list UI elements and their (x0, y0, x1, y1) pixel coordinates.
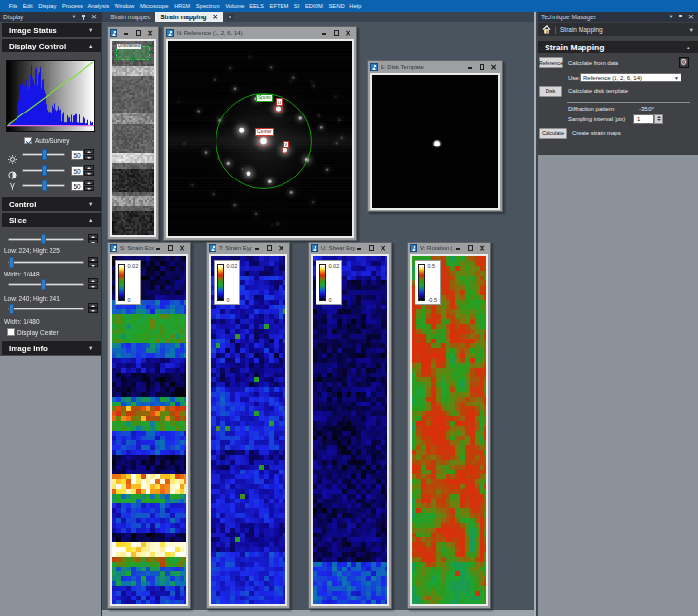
minimize-button[interactable] (254, 245, 260, 252)
slice-slider-thumb[interactable] (41, 234, 46, 244)
window-strain-map-rot[interactable]: V: Rotation (...✕0.5-0.5 (407, 242, 491, 609)
close-button[interactable]: ✕ (380, 245, 386, 252)
slice-slider-thumb[interactable] (9, 304, 14, 314)
window-titlebar[interactable]: ✕ (108, 27, 158, 39)
slice-slider-track[interactable] (8, 261, 84, 264)
roi-handle[interactable] (132, 58, 135, 61)
spots-annotation-label[interactable]: Spots (256, 94, 273, 102)
slice-slider-thumb[interactable] (41, 279, 46, 290)
slice-slider-track[interactable] (8, 308, 84, 310)
window-strain-map-exy[interactable]: U: Shear Exy✕0.020 (308, 242, 392, 609)
contrast-value[interactable]: 50 (71, 166, 83, 176)
gear-icon[interactable]: ⚙ (679, 57, 689, 68)
window-survey-strip[interactable]: ✕ Unstrained (107, 26, 159, 240)
window-disk-template[interactable]: E: Disk Template ✕ (367, 60, 503, 212)
close-button[interactable]: ✕ (345, 30, 351, 37)
slice-stepper[interactable] (88, 234, 98, 244)
display-panel-titlebar[interactable]: Display ▼ ✕ (0, 12, 101, 22)
u-annotation-label[interactable]: u (276, 98, 283, 106)
disk-button[interactable]: Disk (539, 86, 562, 97)
minimize-button[interactable] (455, 245, 461, 252)
menu-volume[interactable]: Volume (222, 0, 247, 12)
slice-stepper[interactable] (88, 303, 98, 313)
section-slice[interactable]: Slice ▲ (2, 213, 101, 227)
gamma-value[interactable]: 50 (71, 181, 83, 191)
panel-pin-icon[interactable] (82, 14, 87, 20)
panel-pin-icon[interactable] (679, 14, 684, 20)
image-display-area[interactable]: 0.5-0.5 (410, 254, 488, 606)
sampling-interval-input[interactable]: 1 (633, 114, 654, 124)
menu-ediom[interactable]: EDIOM (302, 0, 326, 12)
tab-overflow-stub[interactable] (227, 14, 234, 20)
strain-mapping-section-header[interactable]: Strain Mapping ▲ (538, 41, 698, 53)
workspace-tab-strain-mapped[interactable]: Strain mapped (105, 12, 155, 22)
maximize-button[interactable] (467, 245, 473, 252)
close-button[interactable]: ✕ (479, 245, 485, 252)
technique-manager-titlebar[interactable]: Technique Manager ▼ ✕ (538, 12, 698, 22)
reference-button[interactable]: Reference (539, 57, 563, 68)
window-strain-map-eyy[interactable]: T: Strain Eyy✕0.020 (206, 242, 290, 609)
section-image-info[interactable]: Image Info ▼ (2, 341, 101, 355)
window-reference-pattern[interactable]: N: Reference (1, 2, 6, 14) ✕ Spots Cente… (163, 26, 357, 241)
close-button[interactable]: ✕ (147, 30, 153, 37)
close-button[interactable]: ✕ (490, 64, 497, 71)
image-display-area[interactable]: Spots Center u v (166, 39, 354, 238)
gamma-stepper[interactable] (84, 180, 94, 191)
window-titlebar[interactable]: E: Disk Template ✕ (368, 61, 502, 73)
maximize-button[interactable] (333, 30, 339, 37)
menu-microscope[interactable]: Microscope (137, 0, 171, 12)
home-icon[interactable] (542, 25, 551, 34)
menu-display[interactable]: Display (36, 0, 60, 12)
window-strain-map-exx[interactable]: S: Strain Exx✕0.020 (107, 242, 191, 609)
roi-handle[interactable] (149, 44, 151, 47)
menu-file[interactable]: File (6, 0, 20, 12)
menu-edit[interactable]: Edit (20, 0, 36, 12)
slice-slider-track[interactable] (8, 238, 84, 241)
menu-eels[interactable]: EELS (247, 0, 266, 12)
slice-slider-track[interactable] (8, 283, 84, 286)
technique-breadcrumb[interactable]: Strain Mapping ▼ (538, 22, 698, 36)
brightness-value[interactable]: 50 (71, 150, 83, 160)
maximize-button[interactable] (266, 245, 272, 252)
minimize-button[interactable] (123, 30, 129, 37)
minimize-button[interactable] (155, 245, 161, 252)
sampling-interval-stepper[interactable] (654, 114, 663, 124)
minimize-button[interactable] (467, 64, 473, 71)
image-display-area[interactable]: 0.020 (209, 254, 287, 606)
minimize-button[interactable] (356, 245, 362, 252)
close-button[interactable]: ✕ (179, 245, 185, 252)
contrast-slider-thumb[interactable] (42, 165, 47, 176)
maximize-button[interactable] (368, 245, 374, 252)
menu-process[interactable]: Process (59, 0, 85, 12)
menu-hrem[interactable]: HREM (171, 0, 193, 12)
menu-eftem[interactable]: EFTEM (267, 0, 291, 12)
breadcrumb-dropdown-icon[interactable]: ▼ (689, 27, 694, 33)
minimize-button[interactable] (321, 30, 327, 37)
slice-slider-thumb[interactable] (9, 257, 14, 268)
auto-survey-checkbox[interactable] (24, 137, 32, 145)
roi-label[interactable]: Unstrained (116, 43, 142, 50)
menu-window[interactable]: Window (112, 0, 137, 12)
panel-close-icon[interactable]: ✕ (687, 14, 695, 21)
gamma-slider-thumb[interactable] (42, 180, 47, 191)
image-display-area[interactable]: 0.020 (311, 254, 389, 606)
window-titlebar[interactable]: S: Strain Exx✕ (108, 243, 190, 254)
calculate-button[interactable]: Calculate (539, 128, 567, 139)
menu-help[interactable]: Help (347, 0, 364, 12)
reference-select[interactable]: Reference (1, 2, 6, 14) ▼ (580, 73, 681, 82)
display-center-checkbox[interactable] (7, 328, 15, 336)
brightness-stepper[interactable] (84, 149, 94, 160)
slice-stepper[interactable] (88, 257, 98, 268)
image-display-area[interactable]: Unstrained (110, 39, 156, 237)
panel-menu-chevron-icon[interactable]: ▼ (69, 14, 78, 20)
window-titlebar[interactable]: N: Reference (1, 2, 6, 14) ✕ (164, 27, 356, 39)
workspace-tab-strain-mapping[interactable]: Strain mapping✕ (155, 12, 223, 22)
tab-close-icon[interactable]: ✕ (213, 12, 218, 22)
histogram-display[interactable] (6, 60, 95, 132)
roi-handle[interactable] (149, 58, 151, 61)
roi-handle[interactable] (116, 58, 118, 61)
menu-send[interactable]: SEND (326, 0, 348, 12)
contrast-stepper[interactable] (84, 165, 94, 176)
section-image-status[interactable]: Image Status ▼ (2, 23, 101, 37)
center-annotation-label[interactable]: Center (255, 128, 274, 136)
